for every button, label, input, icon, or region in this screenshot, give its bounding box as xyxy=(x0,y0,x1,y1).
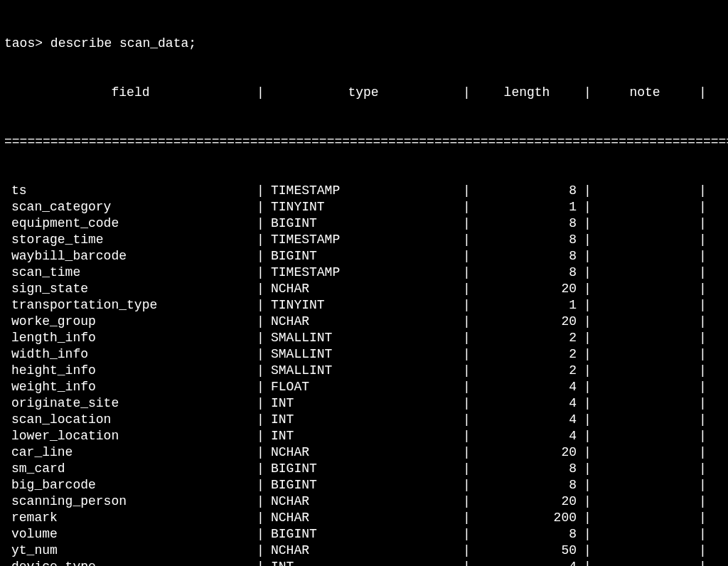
cell-field: remark xyxy=(4,510,257,526)
pipe-icon: | xyxy=(463,477,470,493)
pipe-icon: | xyxy=(584,265,591,281)
pipe-icon: | xyxy=(699,461,706,477)
table-row: sm_card|BIGINT|8|| xyxy=(4,461,724,477)
pipe-icon: | xyxy=(463,543,470,559)
cell-field: transportation_type xyxy=(4,297,257,314)
pipe-icon: | xyxy=(699,346,706,363)
table-row: storage_time|TIMESTAMP|8|| xyxy=(4,232,724,248)
pipe-icon: | xyxy=(584,346,591,363)
cell-type: TINYINT xyxy=(264,199,463,215)
pipe-icon: | xyxy=(257,215,264,232)
pipe-icon: | xyxy=(584,379,591,395)
pipe-icon: | xyxy=(257,265,264,281)
pipe-icon: | xyxy=(584,477,591,493)
table-row: height_info|SMALLINT|2|| xyxy=(4,363,724,379)
pipe-icon: | xyxy=(699,248,706,265)
pipe-icon: | xyxy=(257,85,264,101)
pipe-icon: | xyxy=(584,526,591,543)
table-row: remark|NCHAR|200|| xyxy=(4,510,724,526)
cell-field: worke_group xyxy=(4,314,257,330)
pipe-icon: | xyxy=(699,559,706,566)
pipe-icon: | xyxy=(699,428,706,444)
pipe-icon: | xyxy=(257,379,264,395)
pipe-icon: | xyxy=(257,330,264,346)
cell-length: 2 xyxy=(470,346,584,363)
cell-length: 8 xyxy=(470,461,584,477)
pipe-icon: | xyxy=(699,379,706,395)
pipe-icon: | xyxy=(257,493,264,510)
cell-length: 4 xyxy=(470,412,584,428)
table-row: lower_location|INT|4|| xyxy=(4,428,724,444)
table-row: ts|TIMESTAMP|8|| xyxy=(4,183,724,199)
pipe-icon: | xyxy=(463,215,470,232)
pipe-icon: | xyxy=(699,85,706,101)
table-row: volume|BIGINT|8|| xyxy=(4,526,724,543)
pipe-icon: | xyxy=(584,493,591,510)
pipe-icon: | xyxy=(257,461,264,477)
cell-length: 1 xyxy=(470,297,584,314)
table-row: big_barcode|BIGINT|8|| xyxy=(4,477,724,493)
pipe-icon: | xyxy=(699,412,706,428)
pipe-icon: | xyxy=(463,493,470,510)
command-line[interactable]: taos> describe scan_data; xyxy=(4,36,724,52)
pipe-icon: | xyxy=(584,559,591,566)
pipe-icon: | xyxy=(699,510,706,526)
pipe-icon: | xyxy=(699,444,706,461)
pipe-icon: | xyxy=(463,183,470,199)
pipe-icon: | xyxy=(257,395,264,412)
pipe-icon: | xyxy=(463,412,470,428)
cell-length: 8 xyxy=(470,183,584,199)
table-row: scan_category|TINYINT|1|| xyxy=(4,199,724,215)
table-row: waybill_barcode|BIGINT|8|| xyxy=(4,248,724,265)
cell-type: BIGINT xyxy=(264,461,463,477)
cell-type: INT xyxy=(264,412,463,428)
cell-type: NCHAR xyxy=(264,444,463,461)
cell-type: BIGINT xyxy=(264,477,463,493)
cell-type: SMALLINT xyxy=(264,330,463,346)
cell-length: 20 xyxy=(470,314,584,330)
cell-field: big_barcode xyxy=(4,477,257,493)
table-row: width_info|SMALLINT|2|| xyxy=(4,346,724,363)
table-body: ts|TIMESTAMP|8||scan_category|TINYINT|1|… xyxy=(4,183,724,566)
table-row: sign_state|NCHAR|20|| xyxy=(4,281,724,297)
cell-field: scan_location xyxy=(4,412,257,428)
separator-row: ========================================… xyxy=(4,134,724,150)
cell-type: NCHAR xyxy=(264,314,463,330)
pipe-icon: | xyxy=(699,199,706,215)
cell-length: 200 xyxy=(470,510,584,526)
cell-field: equipment_code xyxy=(4,215,257,232)
cell-type: TIMESTAMP xyxy=(264,232,463,248)
table-row: scan_location|INT|4|| xyxy=(4,412,724,428)
table-row: length_info|SMALLINT|2|| xyxy=(4,330,724,346)
table-row: originate_site|INT|4|| xyxy=(4,395,724,412)
pipe-icon: | xyxy=(463,297,470,314)
pipe-icon: | xyxy=(463,330,470,346)
cell-length: 8 xyxy=(470,232,584,248)
pipe-icon: | xyxy=(699,543,706,559)
cell-length: 4 xyxy=(470,395,584,412)
cell-field: scanning_person xyxy=(4,493,257,510)
command-text: describe scan_data; xyxy=(50,36,196,50)
cell-field: volume xyxy=(4,526,257,543)
pipe-icon: | xyxy=(699,281,706,297)
pipe-icon: | xyxy=(463,85,470,101)
cell-length: 20 xyxy=(470,493,584,510)
cell-type: INT xyxy=(264,559,463,566)
pipe-icon: | xyxy=(463,199,470,215)
cell-field: ts xyxy=(4,183,257,199)
cell-field: sign_state xyxy=(4,281,257,297)
pipe-icon: | xyxy=(463,379,470,395)
pipe-icon: | xyxy=(257,412,264,428)
pipe-icon: | xyxy=(257,428,264,444)
cell-field: weight_info xyxy=(4,379,257,395)
cell-type: TIMESTAMP xyxy=(264,265,463,281)
pipe-icon: | xyxy=(699,215,706,232)
pipe-icon: | xyxy=(257,526,264,543)
pipe-icon: | xyxy=(463,444,470,461)
cell-type: BIGINT xyxy=(264,215,463,232)
pipe-icon: | xyxy=(699,493,706,510)
pipe-icon: | xyxy=(584,314,591,330)
pipe-icon: | xyxy=(257,510,264,526)
pipe-icon: | xyxy=(463,510,470,526)
table-row: worke_group|NCHAR|20|| xyxy=(4,314,724,330)
